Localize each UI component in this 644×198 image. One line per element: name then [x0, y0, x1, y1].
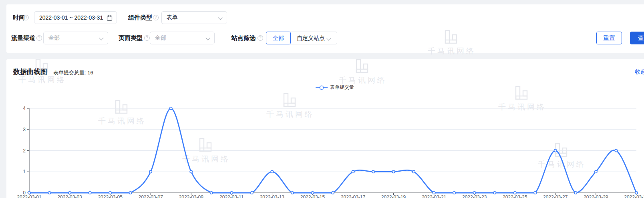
time-help-icon[interactable]: ?	[23, 15, 29, 20]
component-type-label: 组件类型	[128, 11, 152, 24]
calendar-icon	[107, 15, 113, 22]
chart-panel: 数据曲线图 表单提交总量: 16 收起 表单提交量	[6, 59, 644, 198]
chevron-down-icon	[99, 36, 103, 40]
filter-panel: 时间 ? 2022-03-01 ~ 2022-03-31 组件类型 ? 表单 流…	[6, 4, 644, 53]
site-filter-option-custom-label: 自定义站点	[297, 35, 325, 41]
chart-panel-title: 数据曲线图	[13, 67, 47, 76]
component-type-help-icon[interactable]: ?	[153, 15, 159, 20]
date-range-value: 2022-03-01 ~ 2022-03-31	[39, 14, 103, 21]
traffic-channel-help-icon[interactable]: ?	[36, 35, 42, 41]
form-submit-total: 表单提交总量: 16	[53, 69, 93, 76]
traffic-channel-select[interactable]: 全部	[43, 32, 108, 44]
traffic-channel-label: 流量渠道	[11, 32, 35, 44]
reset-button[interactable]: 重置	[596, 32, 622, 44]
component-type-value: 表单	[167, 14, 178, 21]
legend-label: 表单提交量	[330, 84, 354, 91]
collapse-link[interactable]: 收起	[635, 68, 644, 76]
legend-item[interactable]: 表单提交量	[316, 84, 354, 91]
chevron-down-icon	[218, 15, 222, 20]
page-type-label: 页面类型	[119, 32, 143, 44]
site-filter-option-custom[interactable]: 自定义站点	[290, 32, 337, 45]
query-button[interactable]: 查询	[630, 32, 644, 44]
chevron-down-icon	[326, 36, 331, 40]
chevron-down-icon	[205, 36, 210, 40]
page-type-select[interactable]: 全部	[150, 32, 215, 44]
page-type-help-icon[interactable]: ?	[144, 35, 150, 41]
page-type-value: 全部	[155, 34, 166, 42]
site-filter-label: 站点筛选	[231, 32, 256, 44]
traffic-channel-value: 全部	[48, 34, 60, 42]
component-type-select[interactable]: 表单	[161, 11, 227, 24]
line-series-legend-icon	[316, 85, 328, 90]
date-range-input[interactable]: 2022-03-01 ~ 2022-03-31	[34, 11, 117, 24]
site-filter-help-icon[interactable]: ?	[258, 35, 263, 41]
site-filter-segmented: 全部 自定义站点	[266, 32, 337, 44]
site-filter-option-all[interactable]: 全部	[266, 32, 291, 44]
